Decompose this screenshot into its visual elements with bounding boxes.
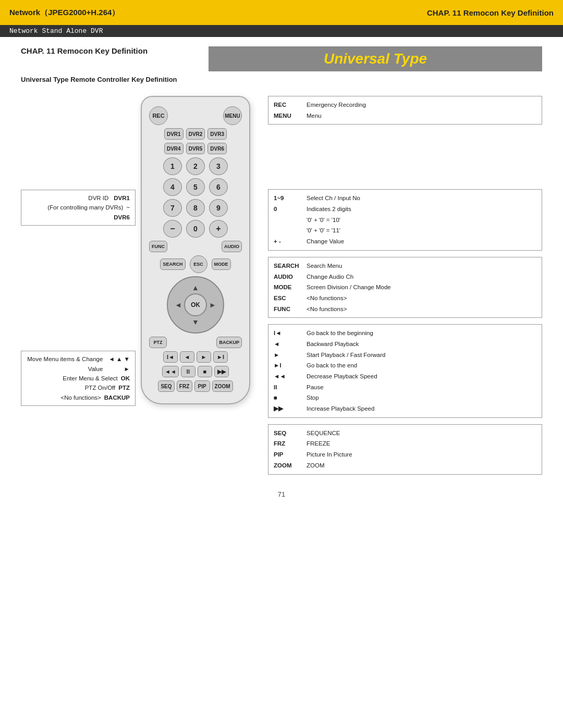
btn-plus[interactable]: + bbox=[209, 220, 228, 238]
pause-button[interactable]: II bbox=[181, 366, 195, 377]
num-0[interactable]: 0 bbox=[186, 220, 205, 238]
num-1[interactable]: 1 bbox=[163, 157, 182, 175]
nav-down[interactable]: ▼ bbox=[188, 315, 203, 329]
search-key: SEARCH bbox=[274, 261, 302, 272]
dvr5-button[interactable]: DVR5 bbox=[186, 143, 205, 154]
audio-button[interactable]: AUDIO bbox=[222, 241, 242, 252]
backward-button[interactable]: ◄ bbox=[180, 351, 194, 363]
zero-eq2: '0' + '0' = '11' bbox=[307, 225, 340, 236]
remote-control: REC MENU DVR1 DVR2 DVR3 DVR4 DVR5 bbox=[141, 96, 250, 404]
num-5[interactable]: 5 bbox=[186, 178, 205, 196]
seq-val-10: Picture In Picture bbox=[307, 449, 352, 460]
menu-button[interactable]: MENU bbox=[223, 106, 242, 125]
zoom-button[interactable]: ZOOM bbox=[212, 380, 233, 392]
func-button[interactable]: FUNC bbox=[149, 241, 167, 252]
dvr6-button[interactable]: DVR6 bbox=[207, 143, 227, 154]
go-beginning-button[interactable]: I◄ bbox=[163, 351, 178, 363]
seq-button[interactable]: SEQ bbox=[158, 380, 174, 392]
num-7[interactable]: 7 bbox=[163, 199, 182, 217]
transport-key-5: II bbox=[274, 382, 302, 393]
transport-row-1: I◄ ◄ ► ►I bbox=[149, 351, 242, 363]
esc-key: ESC bbox=[274, 293, 302, 304]
transport-key-6: ■ bbox=[274, 392, 302, 403]
dvr1-button[interactable]: DVR1 bbox=[164, 128, 183, 140]
transport-key-2: ► bbox=[274, 350, 302, 361]
audio-val: Change Audio Ch bbox=[307, 272, 353, 282]
nav-up[interactable]: ▲ bbox=[188, 280, 203, 295]
left-annotations: DVR ID DVR1 (For controlling many DVRs) … bbox=[21, 96, 136, 406]
dvr-row-2: DVR4 DVR5 DVR6 bbox=[149, 143, 242, 154]
num-row-3: 7 8 9 bbox=[149, 199, 242, 217]
seq-key-11: ZOOM bbox=[274, 460, 302, 471]
nav-left[interactable]: ◄ bbox=[171, 298, 186, 312]
frz-button[interactable]: FRZ bbox=[177, 380, 192, 392]
backup-button[interactable]: BACKUP bbox=[216, 337, 242, 348]
dvr3-button[interactable]: DVR3 bbox=[207, 128, 227, 140]
transport-key-0: I◄ bbox=[274, 328, 302, 339]
seq-val-11: ZOOM bbox=[307, 460, 325, 471]
title-row: CHAP. 11 Remocon Key Definition Universa… bbox=[21, 46, 542, 71]
transport-val-4: Decrease Playback Speed bbox=[307, 371, 377, 382]
num-4[interactable]: 4 bbox=[163, 178, 182, 196]
btn-minus[interactable]: − bbox=[163, 220, 182, 238]
go-end-button[interactable]: ►I bbox=[213, 351, 228, 363]
seq-key-10: PIP bbox=[274, 449, 302, 460]
main-layout: DVR ID DVR1 (For controlling many DVRs) … bbox=[21, 96, 542, 475]
dvr4-button[interactable]: DVR4 bbox=[164, 143, 183, 154]
enter-menu-desc: Enter Menu & Select bbox=[63, 374, 117, 383]
mode-key: MODE bbox=[274, 282, 302, 293]
zero-key: 0 bbox=[274, 204, 302, 215]
remote-wrap: REC MENU DVR1 DVR2 DVR3 DVR4 DVR5 bbox=[136, 96, 255, 404]
for-controlling: (For controlling many DVRs) bbox=[47, 203, 123, 212]
seq-row: SEQ FRZ PIP ZOOM bbox=[149, 380, 242, 392]
nav-pad-row: OK ▲ ▼ ◄ ► bbox=[149, 276, 242, 334]
page-content: CHAP. 11 Remocon Key Definition Universa… bbox=[0, 37, 563, 519]
dvr-row-1: DVR1 DVR2 DVR3 bbox=[149, 128, 242, 140]
mode-button[interactable]: MODE bbox=[212, 258, 231, 270]
func-key: FUNC bbox=[274, 304, 302, 315]
transport-key-3: ►I bbox=[274, 360, 302, 371]
chap-title: CHAP. 11 Remocon Key Definition bbox=[21, 46, 198, 55]
pm-key: + - bbox=[274, 236, 302, 247]
mode-val: Screen Division / Change Mode bbox=[307, 282, 391, 293]
audio-key: AUDIO bbox=[274, 272, 302, 282]
seq-val-8: SEQUENCE bbox=[307, 428, 340, 439]
num-box: 1~9 Select Ch / Input No 0 Indicates 2 d… bbox=[268, 189, 542, 250]
transport-val-0: Go back to the beginning bbox=[307, 328, 373, 339]
ptz-button[interactable]: PTZ bbox=[149, 337, 167, 348]
zero-val: Indicates 2 digits bbox=[307, 204, 351, 215]
num-2[interactable]: 2 bbox=[186, 157, 205, 175]
menu-key: MENU bbox=[274, 110, 302, 121]
num-8[interactable]: 8 bbox=[186, 199, 205, 217]
slow-button[interactable]: ◄◄ bbox=[162, 366, 179, 377]
one-nine-val: Select Ch / Input No bbox=[307, 193, 360, 204]
subheader-bar: Network Stand Alone DVR bbox=[0, 25, 563, 37]
seq-val-9: FREEZE bbox=[307, 438, 330, 449]
esc-button[interactable]: ESC bbox=[190, 255, 207, 273]
num-3[interactable]: 3 bbox=[209, 157, 228, 175]
rec-key: REC bbox=[274, 100, 302, 110]
search-val: Search Menu bbox=[307, 261, 342, 272]
func-row: FUNC AUDIO bbox=[149, 241, 242, 252]
move-menu-desc: Move Menu items & Change Value bbox=[27, 354, 103, 374]
dvr2-button[interactable]: DVR2 bbox=[186, 128, 205, 140]
num-6[interactable]: 6 bbox=[209, 178, 228, 196]
play-ff-button[interactable]: ► bbox=[197, 351, 211, 363]
search-button[interactable]: SEARCH bbox=[160, 258, 185, 270]
ok-button[interactable]: OK bbox=[184, 293, 207, 316]
menu-val: Menu bbox=[307, 110, 322, 121]
transport-val-7: Increase Playback Speed bbox=[307, 403, 374, 414]
one-nine-key: 1~9 bbox=[274, 193, 302, 204]
nav-right[interactable]: ► bbox=[205, 298, 220, 312]
zero-eq1: '0' + '0' = '10' bbox=[307, 215, 340, 226]
ptz-desc: PTZ On/Off bbox=[85, 383, 116, 392]
num-9[interactable]: 9 bbox=[209, 199, 228, 217]
rec-button[interactable]: REC bbox=[149, 106, 168, 125]
seq-key-8: SEQ bbox=[274, 428, 302, 439]
pip-button[interactable]: PIP bbox=[194, 380, 210, 392]
num-row-1: 1 2 3 bbox=[149, 157, 242, 175]
transport-box: I◄Go back to the beginning◄Backward Play… bbox=[268, 324, 542, 418]
fast-button[interactable]: ▶▶ bbox=[214, 366, 229, 377]
num-row-4: − 0 + bbox=[149, 220, 242, 238]
stop-button[interactable]: ■ bbox=[198, 366, 212, 377]
